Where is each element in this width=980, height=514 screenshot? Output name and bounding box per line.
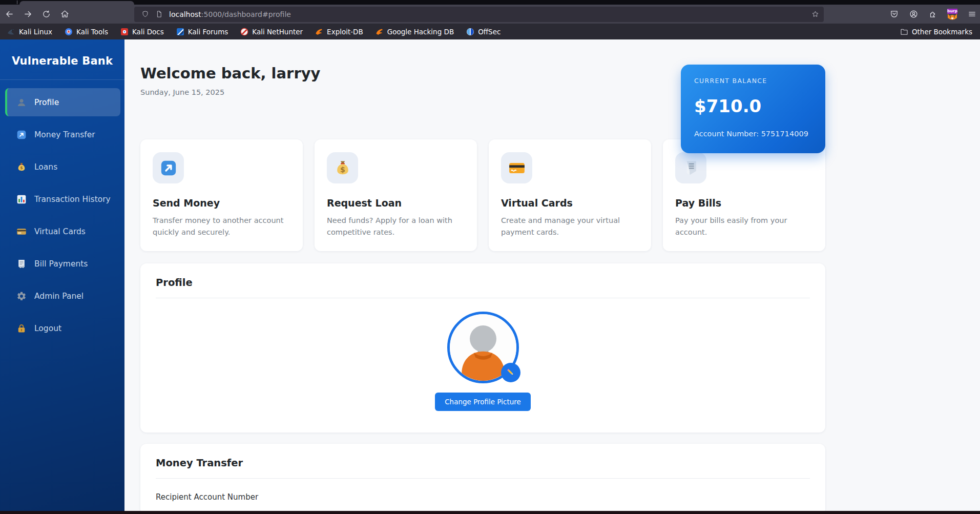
home-icon bbox=[60, 10, 69, 18]
hamburger-icon bbox=[968, 10, 976, 18]
account-button[interactable] bbox=[904, 7, 923, 22]
pocket-icon bbox=[890, 10, 899, 18]
sidebar-item-label: Bill Payments bbox=[34, 259, 88, 269]
kali-docs-icon bbox=[120, 28, 129, 36]
credit-card-icon bbox=[508, 159, 526, 177]
foxyproxy-burp-button[interactable]: burp bbox=[943, 7, 962, 22]
send-money-tile bbox=[153, 152, 184, 183]
avatar[interactable] bbox=[447, 312, 519, 383]
sidebar-menu: Profile Money Transfer $ Loans Transacti… bbox=[0, 80, 124, 342]
card-description: Create and manage your virtual payment c… bbox=[501, 215, 639, 238]
sidebar-item-virtual-cards[interactable]: Virtual Cards bbox=[5, 217, 120, 245]
sidebar: Vulnerable Bank Profile Money Transfer $… bbox=[0, 39, 124, 514]
sidebar-item-label: Profile bbox=[34, 98, 59, 107]
balance-label: CURRENT BALANCE bbox=[694, 77, 812, 85]
credit-card-icon bbox=[16, 227, 27, 237]
transfer-icon bbox=[16, 130, 27, 140]
profile-section: Profile bbox=[140, 263, 825, 433]
moneybag-icon: $ bbox=[16, 162, 27, 172]
main-area: CURRENT BALANCE $710.0 Account Number: 5… bbox=[124, 39, 980, 514]
extensions-button[interactable] bbox=[924, 7, 942, 22]
bookmark-kali-forums[interactable]: Kali Forums bbox=[176, 28, 228, 36]
pocket-button[interactable] bbox=[885, 7, 903, 22]
google-hacking-db-icon bbox=[376, 28, 384, 36]
offsec-icon bbox=[466, 28, 474, 36]
request-loan-card[interactable]: $ Request Loan Need funds? Apply for a l… bbox=[315, 139, 477, 251]
bookmark-kali-docs[interactable]: Kali Docs bbox=[120, 28, 164, 36]
bookmark-google-hacking-db[interactable]: Google Hacking DB bbox=[376, 28, 454, 36]
bookmark-kali-linux[interactable]: Kali Linux bbox=[7, 28, 52, 36]
sidebar-item-label: Logout bbox=[34, 324, 61, 333]
bookmark-offsec[interactable]: OffSec bbox=[466, 28, 501, 36]
sidebar-item-label: Money Transfer bbox=[34, 130, 95, 139]
browser-toolbar: localhost:5000/dashboard#profile burp bbox=[0, 5, 980, 24]
kali-nethunter-icon bbox=[240, 28, 248, 36]
bookmarks-bar: Kali Linux Kali Tools Kali Docs Kali For… bbox=[0, 24, 980, 39]
section-divider bbox=[156, 478, 810, 479]
reload-button[interactable] bbox=[37, 7, 55, 22]
balance-amount: $710.0 bbox=[694, 96, 812, 116]
lock-icon bbox=[16, 323, 27, 334]
send-money-card[interactable]: Send Money Transfer money to another acc… bbox=[140, 139, 303, 251]
account-number: Account Number: 5751714009 bbox=[694, 130, 812, 138]
pencil-icon bbox=[505, 367, 516, 378]
sidebar-item-bill-payments[interactable]: Bill Payments bbox=[5, 250, 120, 278]
menu-button[interactable] bbox=[963, 7, 980, 22]
sidebar-item-money-transfer[interactable]: Money Transfer bbox=[5, 120, 120, 149]
tab-strip bbox=[0, 0, 980, 5]
sidebar-item-loans[interactable]: $ Loans bbox=[5, 153, 120, 181]
back-button[interactable] bbox=[0, 7, 18, 22]
bookmark-kali-nethunter[interactable]: Kali NetHunter bbox=[240, 28, 303, 36]
folder-icon bbox=[900, 28, 908, 36]
change-profile-picture-button[interactable]: Change Profile Picture bbox=[435, 393, 531, 411]
kali-dragon-icon bbox=[7, 28, 15, 36]
user-icon bbox=[16, 97, 27, 108]
bottom-edge-bar bbox=[0, 511, 980, 514]
recipient-account-label: Recipient Account Number bbox=[156, 492, 810, 502]
back-icon bbox=[5, 10, 14, 18]
sidebar-item-admin-panel[interactable]: Admin Panel bbox=[5, 282, 120, 310]
receipt-icon bbox=[682, 159, 700, 177]
page-content: Vulnerable Bank Profile Money Transfer $… bbox=[0, 39, 980, 514]
card-title: Pay Bills bbox=[675, 197, 813, 209]
chart-icon bbox=[16, 194, 27, 204]
svg-text:$: $ bbox=[20, 166, 23, 170]
bookmark-exploit-db[interactable]: Exploit-DB bbox=[315, 28, 363, 36]
balance-card: CURRENT BALANCE $710.0 Account Number: 5… bbox=[681, 65, 825, 153]
card-description: Pay your bills easily from your account. bbox=[675, 215, 813, 238]
receipt-icon bbox=[16, 259, 27, 269]
gear-icon bbox=[16, 291, 27, 301]
bookmark-star-icon[interactable] bbox=[811, 10, 819, 18]
svg-text:$: $ bbox=[340, 165, 345, 173]
card-description: Transfer money to another account quickl… bbox=[153, 215, 290, 238]
account-icon bbox=[909, 10, 918, 18]
kali-tools-icon bbox=[65, 28, 73, 36]
sidebar-item-logout[interactable]: Logout bbox=[5, 314, 120, 342]
page-icon[interactable] bbox=[155, 10, 163, 18]
home-button[interactable] bbox=[55, 7, 74, 22]
shield-icon[interactable] bbox=[141, 10, 149, 18]
sidebar-item-label: Transaction History bbox=[34, 195, 111, 204]
sidebar-item-profile[interactable]: Profile bbox=[5, 88, 120, 116]
send-icon bbox=[160, 159, 177, 177]
puzzle-icon bbox=[929, 10, 937, 18]
card-title: Request Loan bbox=[327, 197, 465, 209]
sidebar-item-transaction-history[interactable]: Transaction History bbox=[5, 185, 120, 213]
forward-button[interactable] bbox=[18, 7, 37, 22]
pay-bills-tile bbox=[675, 152, 706, 183]
url-bar[interactable]: localhost:5000/dashboard#profile bbox=[134, 7, 824, 22]
card-title: Send Money bbox=[153, 197, 290, 209]
tab-divider bbox=[17, 1, 17, 4]
edit-avatar-badge[interactable] bbox=[501, 363, 520, 382]
forward-icon bbox=[24, 10, 32, 18]
transfer-section-title: Money Transfer bbox=[156, 457, 810, 469]
virtual-cards-card[interactable]: Virtual Cards Create and manage your vir… bbox=[489, 139, 651, 251]
reload-icon bbox=[42, 10, 51, 18]
exploit-db-icon bbox=[315, 28, 323, 36]
bookmark-kali-tools[interactable]: Kali Tools bbox=[65, 28, 108, 36]
other-bookmarks[interactable]: Other Bookmarks bbox=[900, 28, 972, 36]
card-description: Need funds? Apply for a loan with compet… bbox=[327, 215, 465, 238]
pay-bills-card[interactable]: Pay Bills Pay your bills easily from you… bbox=[663, 139, 825, 251]
url-text: localhost:5000/dashboard#profile bbox=[169, 10, 291, 18]
active-tab[interactable] bbox=[19, 1, 134, 5]
